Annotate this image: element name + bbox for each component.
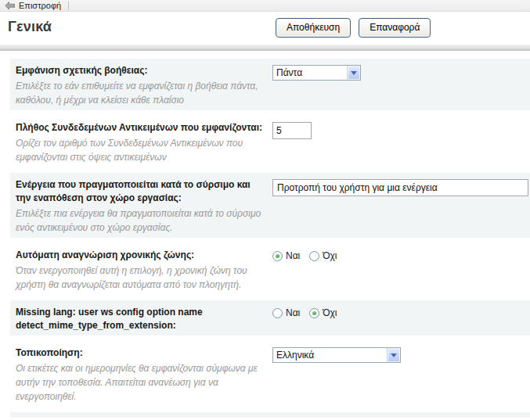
chevron-down-icon xyxy=(347,66,360,80)
settings-list: Εμφάνιση σχετικής βοήθειας: Επιλέξτε το … xyxy=(10,59,530,407)
setting-row-help-display: Εμφάνιση σχετικής βοήθειας: Επιλέξτε το … xyxy=(10,59,530,110)
setting-label: Αυτόματη αναγνώριση χρονικής ζώνης: xyxy=(16,247,262,262)
setting-label: Missing lang: user ws config option name… xyxy=(16,304,262,332)
header-divider xyxy=(0,45,530,51)
setting-row-dragdrop-action: Ενέργεια που πραγματοποιείται κατά το σύ… xyxy=(10,173,530,238)
mime-type-radio-group: Ναι Όχι xyxy=(272,307,530,318)
reset-button[interactable]: Επαναφορά xyxy=(359,18,431,38)
setting-label: Εμφάνιση σχετικής βοήθειας: xyxy=(16,63,262,77)
setting-description: Ορίζει τον αριθμό των Συνδεδεμένων Αντικ… xyxy=(16,136,262,164)
setting-label: Τοπικοποίηση: xyxy=(16,345,262,360)
selected-option: Πάντα xyxy=(273,66,347,80)
radio-option-no[interactable]: Όχι xyxy=(309,307,337,318)
radio-unselected-icon xyxy=(272,308,283,318)
related-objects-count-input[interactable] xyxy=(272,122,312,139)
help-display-select[interactable]: Πάντα xyxy=(272,65,361,81)
setting-description: Επιλέξτε πια ενέργεια θα πραγματοποιείτα… xyxy=(16,206,262,235)
topbar-separator xyxy=(68,2,69,10)
radio-option-yes[interactable]: Ναι xyxy=(272,250,300,261)
setting-description: Όταν ενεργοποιηθεί αυτή η επιλογή, η χρο… xyxy=(16,264,262,292)
radio-option-yes[interactable]: Ναι xyxy=(272,307,300,318)
chevron-down-icon xyxy=(387,348,400,362)
setting-row-related-objects-count: Πλήθος Συνδεδεμένων Αντικειμένων που εμφ… xyxy=(10,116,530,167)
setting-description: Επιλέξτε το εάν επιθυμείτε να εμφανίζετα… xyxy=(16,79,262,107)
back-arrow-icon xyxy=(5,2,15,10)
setting-row-locale: Τοπικοποίηση: Οι ετικέτες και οι ημερομη… xyxy=(10,341,530,407)
setting-description: Οι ετικέτες και οι ημερομηνίες θα εμφανί… xyxy=(16,361,262,404)
back-link[interactable]: Επιστροφή xyxy=(19,1,61,10)
save-button[interactable]: Αποθήκευση xyxy=(276,18,351,38)
radio-selected-icon xyxy=(272,251,283,261)
setting-row-mime-type-detect: Missing lang: user ws config option name… xyxy=(10,300,530,336)
selected-option: Προτροπή του χρήστη για μια ενέργεια xyxy=(277,182,438,193)
topbar: Επιστροφή xyxy=(0,0,530,12)
locale-select[interactable]: Ελληνικά xyxy=(272,347,401,363)
radio-selected-icon xyxy=(309,308,319,318)
page-title: Γενικά xyxy=(8,19,52,35)
dragdrop-action-select[interactable]: Προτροπή του χρήστη για μια ενέργεια xyxy=(272,179,528,196)
setting-label: Πλήθος Συνδεδεμένων Αντικειμένων που εμφ… xyxy=(16,120,262,135)
setting-label: Ενέργεια που πραγματοποιείται κατά το σύ… xyxy=(16,177,262,205)
timezone-radio-group: Ναι Όχι xyxy=(272,249,530,261)
page-header: Γενικά Αποθήκευση Επαναφορά xyxy=(0,12,530,45)
next-row-partial xyxy=(10,412,530,418)
selected-option: Ελληνικά xyxy=(273,348,387,362)
setting-row-timezone-autodetect: Αυτόματη αναγνώριση χρονικής ζώνης: Όταν… xyxy=(10,243,530,295)
radio-unselected-icon xyxy=(309,251,319,261)
header-buttons: Αποθήκευση Επαναφορά xyxy=(276,18,431,38)
radio-option-no[interactable]: Όχι xyxy=(309,250,337,261)
